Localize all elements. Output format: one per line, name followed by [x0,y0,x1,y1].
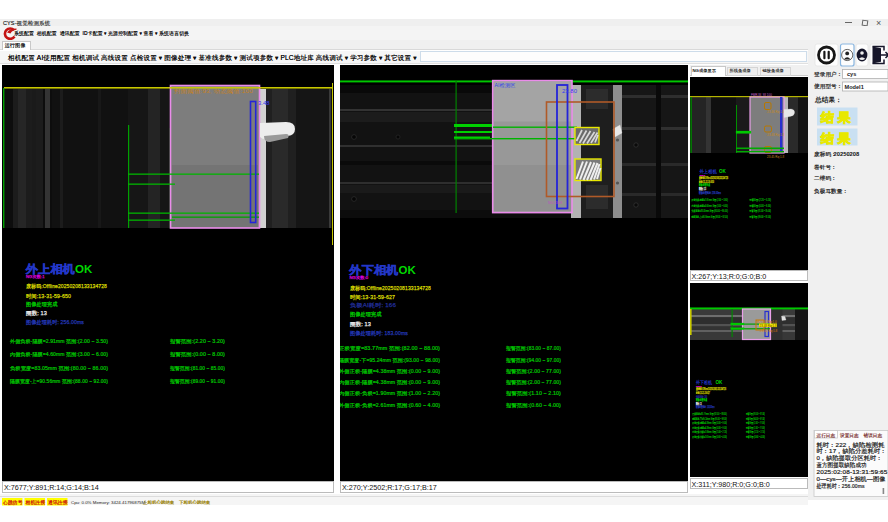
svg-text:封面阈值:93, 动态阈值:100: 封面阈值:93, 动态阈值:100 [174,88,253,95]
svg-text:图像处理耗时: 183.00ms: 图像处理耗时: 183.00ms [350,330,408,337]
svg-text:外侧正极-隔膜=4.38mm 范围:(0.00 ~ 9.00: 外侧正极-隔膜=4.38mm 范围:(0.00 ~ 9.00) [692,421,727,425]
svg-text:报警范围:(94.00 ~ 97.00): 报警范围:(94.00 ~ 97.00) [506,357,561,364]
svg-text:图像处理耗时: 256.00ms: 图像处理耗时: 256.00ms [26,319,84,326]
svg-text:正极宽度=83.77mm 范围:(82.00 ~ 88.00: 正极宽度=83.77mm 范围:(82.00 ~ 88.00) [692,412,727,416]
svg-text:时：17，缺陷分差耗时：: 时：17，缺陷分差耗时： [817,447,887,455]
svg-text:总结果：: 总结果： [814,96,842,104]
svg-text:时间:13-31-59-650: 时间:13-31-59-650 [26,293,71,300]
svg-text:内侧正极-隔膜=4.38mm 范围:(0.00 ~ 9.00: 内侧正极-隔膜=4.38mm 范围:(0.00 ~ 9.00) [692,426,727,430]
svg-text:23.45 Rq:1.8: 23.45 Rq:1.8 [767,155,785,159]
svg-text:处理耗时：256.00ms: 处理耗时：256.00ms [817,482,865,490]
svg-text:使用型号：: 使用型号： [814,83,843,90]
svg-text:负极宽度=83.05mm 范围:(80.00 ~ 86.00: 负极宽度=83.05mm 范围:(80.00 ~ 86.00) [10,365,108,372]
svg-text:隔膜宽度-下=95.24mm 范围:(93.00 ~ 98.: 隔膜宽度-下=95.24mm 范围:(93.00 ~ 98.00) [340,357,440,364]
svg-text:23.46 Rq:1.0: 23.46 Rq:1.0 [767,110,785,114]
svg-text:结果: 结果 [820,110,855,125]
svg-text:报警范围:(0.00 ~ 8.00): 报警范围:(0.00 ~ 8.00) [750,204,772,208]
svg-text:错误日志: 错误日志 [863,432,883,439]
svg-text:报警范围:(2.00 ~ 77.00): 报警范围:(2.00 ~ 77.00) [506,368,561,375]
svg-text:3.48: 3.48 [258,100,270,106]
svg-text:报警范围:(0.60 ~ 4.00): 报警范围:(0.60 ~ 4.00) [506,402,561,409]
svg-text:报警范围:(89.00 ~ 91.00): 报警范围:(89.00 ~ 91.00) [170,378,225,385]
svg-text:报警范围:(81.00 ~ 85.00): 报警范围:(81.00 ~ 85.00) [750,209,772,213]
svg-text:报警范围:(0.60 ~ 4.00): 报警范围:(0.60 ~ 4.00) [746,435,765,439]
svg-text:废标码:Offline20250208133134728: 废标码:Offline20250208133134728 [350,285,431,292]
svg-text:负极宽度=83.05mm 范围:(80.00 ~ 86.00: 负极宽度=83.05mm 范围:(80.00 ~ 86.00) [692,209,728,213]
svg-text:负极耳数量：: 负极耳数量： [814,188,848,194]
svg-text:隔膜宽度-上=90.56mm 范围:(88.00 ~ 92.: 隔膜宽度-上=90.56mm 范围:(88.00 ~ 92.00) [692,215,728,219]
svg-text:结果: 结果 [820,131,855,146]
svg-text:外侧正极-负极=2.61mm 范围:(0.60 ~ 4.00: 外侧正极-负极=2.61mm 范围:(0.60 ~ 4.00) [692,435,727,439]
svg-text:报警范围:(2.00 ~ 77.00): 报警范围:(2.00 ~ 77.00) [506,379,561,386]
svg-text:隔膜宽度-下=95.24mm 范围:(93.00 ~ 98.: 隔膜宽度-下=95.24mm 范围:(93.00 ~ 98.00) [692,417,727,421]
svg-text:报警范围:(2.00 ~ 77.00): 报警范围:(2.00 ~ 77.00) [746,421,765,425]
svg-text:FMR.W. 93 100: FMR.W. 93 100 [751,93,772,97]
svg-text:耗时：222，缺陷检测耗: 耗时：222，缺陷检测耗 [817,441,885,449]
svg-text:图像处理耗时: 183.00ms: 图像处理耗时: 183.00ms [696,404,715,409]
svg-text:时间:13-31-59-627: 时间:13-31-59-627 [350,294,395,301]
svg-text:报警范围:(94.00 ~ 97.00): 报警范围:(94.00 ~ 97.00) [746,417,765,421]
svg-text:外侧正极-负极=2.61mm 范围:(0.60 ~ 4.00: 外侧正极-负极=2.61mm 范围:(0.60 ~ 4.00) [340,402,440,409]
svg-text:报警范围:(83.00 ~ 87.00): 报警范围:(83.00 ~ 87.00) [746,412,765,416]
svg-text:0，缺陷提取分区耗时：: 0，缺陷提取分区耗时： [817,454,883,462]
svg-text:0—cys—开上相机—图像: 0—cys—开上相机—图像 [817,475,886,483]
svg-text:OK: OK [719,169,727,174]
svg-text:废标码:Offline20250208133134728: 废标码:Offline20250208133134728 [26,283,107,290]
svg-text:报警范围:(0.00 ~ 8.00): 报警范围:(0.00 ~ 8.00) [170,351,225,358]
svg-text:Model1: Model1 [845,84,864,90]
svg-text:OK: OK [75,263,93,275]
svg-text:卷针号：: 卷针号： [814,164,837,170]
svg-text:cys: cys [847,71,856,77]
svg-text:内侧负极-隔膜=4.60mm 范围:(3.00 ~ 6.00: 内侧负极-隔膜=4.60mm 范围:(3.00 ~ 6.00) [692,204,728,208]
svg-text:报警范围:(1.10 ~ 2.10): 报警范围:(1.10 ~ 2.10) [506,390,561,397]
svg-text:OK: OK [716,380,724,385]
svg-text:正极宽度=83.77mm 范围:(82.00 ~ 88.00: 正极宽度=83.77mm 范围:(82.00 ~ 88.00) [340,345,440,352]
svg-text:23.48 Rq:1.8: 23.48 Rq:1.8 [760,324,778,328]
svg-text:负极AI耗时: 166: 负极AI耗时: 166 [350,302,396,309]
svg-text:报警范围:(81.00 ~ 85.00): 报警范围:(81.00 ~ 85.00) [170,365,225,372]
svg-text:隔膜宽度-上=90.56mm 范围:(88.00 ~ 92.: 隔膜宽度-上=90.56mm 范围:(88.00 ~ 92.00) [10,378,108,385]
svg-text:设置日志: 设置日志 [839,432,859,439]
svg-text:图像处理耗时: 256.00ms: 图像处理耗时: 256.00ms [699,190,721,195]
svg-text:通讯连接: 通讯连接 [48,499,68,506]
svg-text:内侧正极-负极=1.90mm 范围:(1.00 ~ 2.20: 内侧正极-负极=1.90mm 范围:(1.00 ~ 2.20) [692,430,727,434]
svg-text:报警范围:(2.20 ~ 3.20): 报警范围:(2.20 ~ 3.20) [750,198,772,202]
svg-text:报警范围:(1.10 ~ 2.10): 报警范围:(1.10 ~ 2.10) [746,430,765,434]
svg-text:NG次数:1: NG次数:1 [26,274,45,279]
svg-text:圈数: 13: 圈数: 13 [350,321,371,327]
svg-text:20250208: 20250208 [834,151,861,157]
svg-text:图像处理完成: 图像处理完成 [350,311,382,318]
svg-text:2025:02:08-13:31:59:65: 2025:02:08-13:31:59:65 [817,469,888,475]
svg-text:登录用户：: 登录用户： [814,71,843,78]
svg-text:23.48 Rq:1.8: 23.48 Rq:1.8 [767,133,785,137]
svg-text:外侧正极-隔膜=4.38mm 范围:(0.00 ~ 9.00: 外侧正极-隔膜=4.38mm 范围:(0.00 ~ 9.00) [340,368,440,375]
svg-text:NG:23.48: NG:23.48 [548,201,562,205]
svg-text:上相机心跳结束: 上相机心跳结束 [143,498,175,504]
svg-text:下相机心跳结束: 下相机心跳结束 [179,498,211,504]
svg-text:圈数: 13: 圈数: 13 [26,310,47,316]
svg-text:相机连接: 相机连接 [26,499,46,506]
svg-text:图像处理完成: 图像处理完成 [26,301,58,308]
svg-text:Cpu: 0.0% Memory: 3424.4179687: Cpu: 0.0% Memory: 3424.41796875M [71,499,146,504]
svg-text:NG次数:0: NG次数:0 [350,275,369,280]
svg-text:二维码：: 二维码： [814,175,837,181]
svg-text:23.45 Rq:1.8: 23.45 Rq:1.8 [760,329,778,333]
svg-text:AI检测区: AI检测区 [495,82,516,89]
svg-text:23.80: 23.80 [562,88,578,94]
svg-text:外侧负极-隔膜=2.91mm 范围:(2.00 ~ 3.50: 外侧负极-隔膜=2.91mm 范围:(2.00 ~ 3.50) [10,338,108,345]
svg-text:外侧负极-隔膜=2.91mm 范围:(2.00 ~ 3.50: 外侧负极-隔膜=2.91mm 范围:(2.00 ~ 3.50) [692,198,728,202]
svg-text:蓝方图提取缺陷成功: 蓝方图提取缺陷成功 [817,461,867,469]
svg-text:报警范围:(89.00 ~ 91.00): 报警范围:(89.00 ~ 91.00) [750,215,772,219]
svg-text:报警范围:(2.00 ~ 77.00): 报警范围:(2.00 ~ 77.00) [746,426,765,430]
svg-text:报警范围:(83.00 ~ 87.00): 报警范围:(83.00 ~ 87.00) [506,345,561,352]
svg-text:报警范围:(2.20 ~ 3.20): 报警范围:(2.20 ~ 3.20) [170,338,225,345]
svg-text:OK: OK [399,264,417,276]
